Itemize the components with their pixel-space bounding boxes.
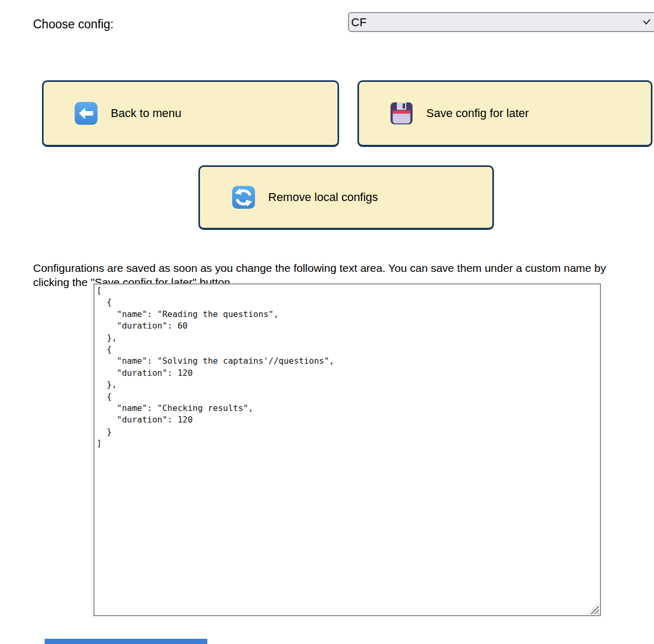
remove-button-label: Remove local configs	[268, 191, 378, 204]
floppy-disk-icon	[389, 101, 414, 126]
config-page: Choose config: CF Back to menu	[0, 0, 654, 644]
back-to-menu-button[interactable]: Back to menu	[42, 80, 339, 147]
back-arrow-icon	[73, 101, 99, 126]
save-config-button[interactable]: Save config for later	[357, 80, 652, 147]
config-editor-wrap: [ { "name": "Reading the questions", "du…	[93, 283, 601, 616]
config-editor-textarea[interactable]: [ { "name": "Reading the questions", "du…	[93, 283, 601, 616]
refresh-arrows-icon	[231, 185, 256, 210]
remove-local-configs-button[interactable]: Remove local configs	[198, 165, 494, 230]
config-select-wrap: CF	[348, 12, 654, 33]
back-button-label: Back to menu	[111, 107, 182, 120]
choose-config-label: Choose config:	[33, 17, 113, 31]
config-select[interactable]: CF	[348, 12, 654, 32]
save-button-label: Save config for later	[426, 107, 529, 120]
clipped-bottom-element	[45, 639, 207, 644]
